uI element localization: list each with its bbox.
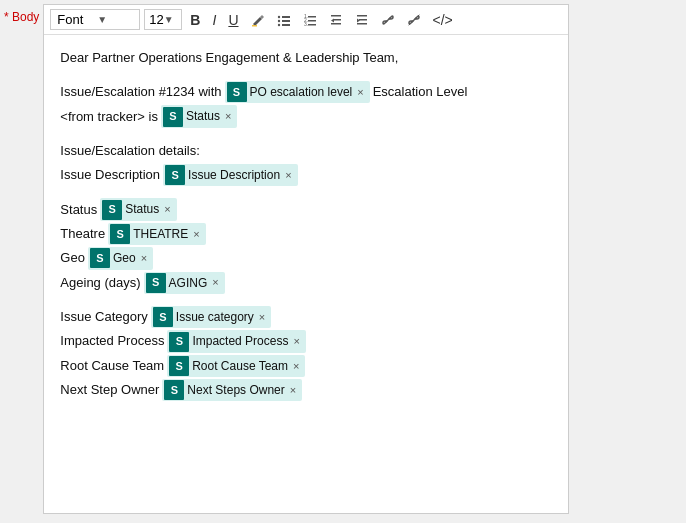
geo-chip[interactable]: S Geo ×: [88, 247, 153, 269]
indent-increase-button[interactable]: [351, 11, 373, 29]
root-cause-line: Root Cause Team S Root Cause Team ×: [60, 355, 552, 377]
root-cause-label: Root Cause Team: [60, 355, 164, 377]
issue-desc-chip-label: Issue Description: [188, 165, 280, 185]
s-icon-impacted: S: [169, 332, 189, 352]
svg-point-1: [277, 15, 279, 17]
aging-chip-label: AGING: [169, 273, 208, 293]
root-cause-chip-label: Root Cause Team: [192, 356, 288, 376]
svg-rect-8: [308, 16, 316, 18]
theatre-chip-remove[interactable]: ×: [193, 225, 199, 244]
indent-decrease-button[interactable]: [325, 11, 347, 29]
underline-button[interactable]: U: [224, 10, 242, 30]
svg-marker-16: [331, 18, 334, 22]
svg-rect-0: [252, 25, 257, 27]
svg-rect-6: [282, 24, 290, 26]
font-caret: ▼: [97, 14, 133, 25]
impacted-chip[interactable]: S Impacted Process ×: [167, 330, 305, 352]
theatre-chip-label: THEATRE: [133, 224, 188, 244]
body-label: * Body: [4, 10, 39, 24]
issue-cat-chip-label: Issue category: [176, 307, 254, 327]
svg-rect-18: [359, 19, 367, 21]
s-icon-status: S: [102, 200, 122, 220]
issue-desc-chip-remove[interactable]: ×: [285, 166, 291, 185]
greeting-text: Dear Partner Operations Engagement & Lea…: [60, 47, 398, 69]
s-icon-aging: S: [146, 273, 166, 293]
font-selector[interactable]: Font ▼: [50, 9, 140, 30]
next-step-line: Next Step Owner S Next Steps Owner ×: [60, 379, 552, 401]
issue-cat-chip[interactable]: S Issue category ×: [151, 306, 271, 328]
italic-button[interactable]: I: [208, 10, 220, 30]
geo-chip-label: Geo: [113, 248, 136, 268]
status-chip-line2-remove[interactable]: ×: [225, 107, 231, 126]
svg-rect-4: [282, 20, 290, 22]
impacted-line: Impacted Process S Impacted Process ×: [60, 330, 552, 352]
aging-chip[interactable]: S AGING ×: [144, 272, 225, 294]
svg-rect-14: [333, 19, 341, 21]
issue-cat-chip-remove[interactable]: ×: [259, 308, 265, 327]
toolbar: Font ▼ 12 ▼ B I U: [44, 5, 568, 35]
next-step-chip-label: Next Steps Owner: [187, 380, 284, 400]
code-button[interactable]: </>: [429, 10, 457, 30]
svg-point-3: [277, 19, 279, 21]
next-step-label: Next Step Owner: [60, 379, 159, 401]
po-escalation-label: PO escalation level: [250, 82, 353, 102]
po-escalation-chip[interactable]: S PO escalation level ×: [225, 81, 370, 103]
line2-text1: <from tracker> is: [60, 106, 158, 128]
spacer2: [60, 130, 552, 140]
aging-chip-remove[interactable]: ×: [212, 273, 218, 292]
svg-rect-13: [331, 15, 341, 17]
line1-text2: Escalation Level: [373, 81, 468, 103]
issue-cat-label: Issue Category: [60, 306, 147, 328]
svg-line-23: [409, 15, 419, 25]
details-header: Issue/Escalation details:: [60, 140, 199, 162]
s-icon-theatre: S: [110, 224, 130, 244]
s-icon-geo: S: [90, 248, 110, 268]
next-step-chip-remove[interactable]: ×: [290, 381, 296, 400]
numbered-list-button[interactable]: 1. 2. 3.: [299, 11, 321, 29]
geo-chip-remove[interactable]: ×: [141, 249, 147, 268]
details-header-line: Issue/Escalation details:: [60, 140, 552, 162]
s-icon-issue-desc: S: [165, 165, 185, 185]
next-step-chip[interactable]: S Next Steps Owner ×: [162, 379, 302, 401]
s-icon-po: S: [227, 82, 247, 102]
po-escalation-remove[interactable]: ×: [357, 83, 363, 102]
s-icon-issue-cat: S: [153, 307, 173, 327]
svg-rect-12: [308, 24, 316, 26]
unlink-button[interactable]: [403, 11, 425, 29]
content-area: Dear Partner Operations Engagement & Lea…: [44, 35, 568, 415]
font-size-value: 12: [149, 12, 163, 27]
svg-rect-2: [282, 16, 290, 18]
svg-rect-19: [357, 23, 367, 25]
theatre-chip[interactable]: S THEATRE ×: [108, 223, 206, 245]
status-chip[interactable]: S Status ×: [100, 198, 176, 220]
geo-label: Geo: [60, 247, 85, 269]
font-size-caret: ▼: [164, 14, 174, 25]
spacer4: [60, 296, 552, 306]
geo-line: Geo S Geo ×: [60, 247, 552, 269]
s-icon-root-cause: S: [169, 356, 189, 376]
bold-button[interactable]: B: [186, 10, 204, 30]
editor-container: Font ▼ 12 ▼ B I U: [43, 4, 569, 514]
issue-desc-chip[interactable]: S Issue Description ×: [163, 164, 297, 186]
svg-rect-10: [308, 20, 316, 22]
bullet-list-button[interactable]: [273, 11, 295, 29]
theatre-label: Theatre: [60, 223, 105, 245]
ageing-line: Ageing (days) S AGING ×: [60, 272, 552, 294]
svg-line-21: [386, 18, 390, 22]
link-button[interactable]: [377, 11, 399, 29]
status-label-line2: Status: [186, 106, 220, 126]
root-cause-chip-remove[interactable]: ×: [293, 357, 299, 376]
svg-text:3.: 3.: [304, 21, 308, 27]
svg-point-5: [277, 23, 279, 25]
status-chip-label: Status: [125, 199, 159, 219]
svg-rect-17: [357, 15, 367, 17]
status-chip-line2[interactable]: S Status ×: [161, 105, 237, 127]
highlight-button[interactable]: [247, 11, 269, 29]
font-size-selector[interactable]: 12 ▼: [144, 9, 182, 30]
status-label: Status: [60, 199, 97, 221]
root-cause-chip[interactable]: S Root Cause Team ×: [167, 355, 305, 377]
svg-rect-15: [331, 23, 341, 25]
impacted-chip-label: Impacted Process: [192, 331, 288, 351]
status-chip-remove[interactable]: ×: [164, 200, 170, 219]
impacted-chip-remove[interactable]: ×: [293, 332, 299, 351]
